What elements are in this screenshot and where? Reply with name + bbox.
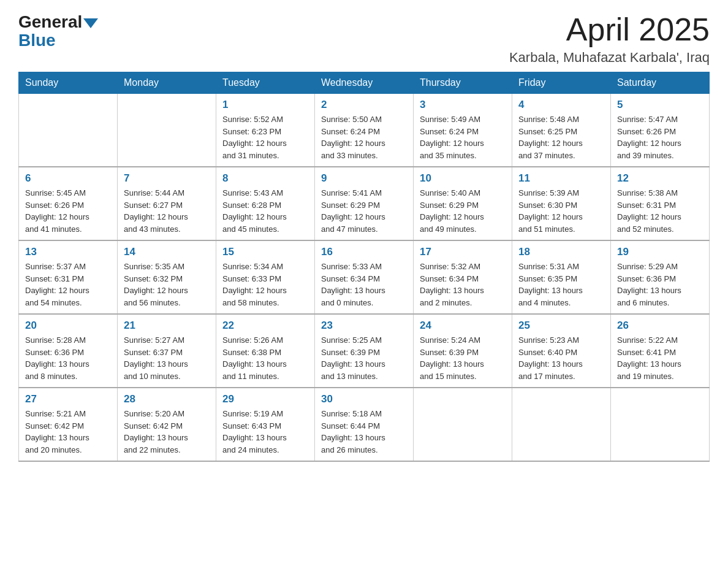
- day-number: 3: [420, 99, 506, 111]
- day-number: 28: [124, 393, 210, 405]
- day-header-sunday: Sunday: [19, 72, 118, 94]
- calendar-day: [611, 388, 710, 461]
- day-number: 26: [617, 320, 703, 332]
- day-number: 8: [222, 172, 308, 185]
- logo-blue-text: Blue: [18, 31, 56, 50]
- day-number: 5: [617, 99, 703, 111]
- day-info: Sunrise: 5:18 AM Sunset: 6:44 PM Dayligh…: [321, 408, 407, 456]
- calendar-day: 26Sunrise: 5:22 AM Sunset: 6:41 PM Dayli…: [611, 314, 710, 388]
- calendar-day: 7Sunrise: 5:44 AM Sunset: 6:27 PM Daylig…: [118, 167, 216, 240]
- day-info: Sunrise: 5:49 AM Sunset: 6:24 PM Dayligh…: [420, 113, 506, 161]
- calendar-day: 20Sunrise: 5:28 AM Sunset: 6:36 PM Dayli…: [19, 314, 118, 388]
- calendar-day: 2Sunrise: 5:50 AM Sunset: 6:24 PM Daylig…: [315, 94, 414, 167]
- day-header-friday: Friday: [512, 72, 611, 94]
- calendar-header-row: SundayMondayTuesdayWednesdayThursdayFrid…: [19, 72, 710, 94]
- day-number: 17: [420, 246, 506, 258]
- day-number: 29: [222, 393, 308, 405]
- calendar-day: 30Sunrise: 5:18 AM Sunset: 6:44 PM Dayli…: [315, 388, 414, 461]
- day-header-tuesday: Tuesday: [216, 72, 315, 94]
- calendar-day: 8Sunrise: 5:43 AM Sunset: 6:28 PM Daylig…: [216, 167, 315, 240]
- day-info: Sunrise: 5:45 AM Sunset: 6:26 PM Dayligh…: [25, 187, 111, 235]
- calendar-day: 3Sunrise: 5:49 AM Sunset: 6:24 PM Daylig…: [414, 94, 512, 167]
- title-block: April 2025 Karbala, Muhafazat Karbala', …: [509, 12, 710, 66]
- day-number: 23: [321, 320, 407, 332]
- day-number: 4: [518, 99, 604, 111]
- calendar-day: 16Sunrise: 5:33 AM Sunset: 6:34 PM Dayli…: [315, 240, 414, 314]
- calendar-day: 14Sunrise: 5:35 AM Sunset: 6:32 PM Dayli…: [118, 240, 216, 314]
- day-number: 2: [321, 99, 407, 111]
- month-title: April 2025: [509, 12, 710, 47]
- day-info: Sunrise: 5:34 AM Sunset: 6:33 PM Dayligh…: [222, 261, 308, 308]
- day-info: Sunrise: 5:40 AM Sunset: 6:29 PM Dayligh…: [420, 187, 506, 235]
- day-info: Sunrise: 5:20 AM Sunset: 6:42 PM Dayligh…: [124, 408, 210, 456]
- day-number: 30: [321, 393, 407, 405]
- calendar-day: 12Sunrise: 5:38 AM Sunset: 6:31 PM Dayli…: [611, 167, 710, 240]
- day-number: 12: [617, 172, 703, 185]
- day-number: 18: [518, 246, 604, 258]
- day-number: 21: [124, 320, 210, 332]
- day-info: Sunrise: 5:50 AM Sunset: 6:24 PM Dayligh…: [321, 113, 407, 161]
- day-info: Sunrise: 5:33 AM Sunset: 6:34 PM Dayligh…: [321, 261, 407, 308]
- calendar-week-1: 1Sunrise: 5:52 AM Sunset: 6:23 PM Daylig…: [19, 94, 710, 167]
- logo: General Blue: [18, 12, 98, 50]
- calendar-day: 15Sunrise: 5:34 AM Sunset: 6:33 PM Dayli…: [216, 240, 315, 314]
- calendar-day: [118, 94, 216, 167]
- calendar-day: 10Sunrise: 5:40 AM Sunset: 6:29 PM Dayli…: [414, 167, 512, 240]
- calendar-day: 5Sunrise: 5:47 AM Sunset: 6:26 PM Daylig…: [611, 94, 710, 167]
- day-info: Sunrise: 5:52 AM Sunset: 6:23 PM Dayligh…: [222, 113, 308, 161]
- day-info: Sunrise: 5:35 AM Sunset: 6:32 PM Dayligh…: [124, 261, 210, 308]
- day-number: 9: [321, 172, 407, 185]
- logo-general-text: General: [18, 12, 82, 32]
- day-header-thursday: Thursday: [414, 72, 512, 94]
- day-info: Sunrise: 5:27 AM Sunset: 6:37 PM Dayligh…: [124, 334, 210, 382]
- calendar-day: 19Sunrise: 5:29 AM Sunset: 6:36 PM Dayli…: [611, 240, 710, 314]
- day-number: 11: [518, 172, 604, 185]
- day-info: Sunrise: 5:23 AM Sunset: 6:40 PM Dayligh…: [518, 334, 604, 382]
- day-info: Sunrise: 5:21 AM Sunset: 6:42 PM Dayligh…: [25, 408, 111, 456]
- day-info: Sunrise: 5:41 AM Sunset: 6:29 PM Dayligh…: [321, 187, 407, 235]
- day-number: 15: [222, 246, 308, 258]
- day-info: Sunrise: 5:22 AM Sunset: 6:41 PM Dayligh…: [617, 334, 703, 382]
- day-number: 25: [518, 320, 604, 332]
- calendar-day: 11Sunrise: 5:39 AM Sunset: 6:30 PM Dayli…: [512, 167, 611, 240]
- day-info: Sunrise: 5:37 AM Sunset: 6:31 PM Dayligh…: [25, 261, 111, 308]
- day-number: 27: [25, 393, 111, 405]
- calendar-day: 21Sunrise: 5:27 AM Sunset: 6:37 PM Dayli…: [118, 314, 216, 388]
- calendar-day: 22Sunrise: 5:26 AM Sunset: 6:38 PM Dayli…: [216, 314, 315, 388]
- calendar-table: SundayMondayTuesdayWednesdayThursdayFrid…: [18, 72, 710, 462]
- day-info: Sunrise: 5:44 AM Sunset: 6:27 PM Dayligh…: [124, 187, 210, 235]
- day-info: Sunrise: 5:29 AM Sunset: 6:36 PM Dayligh…: [617, 261, 703, 308]
- day-number: 20: [25, 320, 111, 332]
- day-number: 1: [222, 99, 308, 111]
- day-number: 14: [124, 246, 210, 258]
- day-info: Sunrise: 5:39 AM Sunset: 6:30 PM Dayligh…: [518, 187, 604, 235]
- day-number: 24: [420, 320, 506, 332]
- day-info: Sunrise: 5:48 AM Sunset: 6:25 PM Dayligh…: [518, 113, 604, 161]
- calendar-week-5: 27Sunrise: 5:21 AM Sunset: 6:42 PM Dayli…: [19, 388, 710, 461]
- day-number: 19: [617, 246, 703, 258]
- calendar-week-4: 20Sunrise: 5:28 AM Sunset: 6:36 PM Dayli…: [19, 314, 710, 388]
- day-info: Sunrise: 5:26 AM Sunset: 6:38 PM Dayligh…: [222, 334, 308, 382]
- day-number: 7: [124, 172, 210, 185]
- day-info: Sunrise: 5:38 AM Sunset: 6:31 PM Dayligh…: [617, 187, 703, 235]
- logo-arrow-icon: [83, 18, 98, 28]
- calendar-day: 29Sunrise: 5:19 AM Sunset: 6:43 PM Dayli…: [216, 388, 315, 461]
- calendar-week-2: 6Sunrise: 5:45 AM Sunset: 6:26 PM Daylig…: [19, 167, 710, 240]
- day-header-wednesday: Wednesday: [315, 72, 414, 94]
- day-info: Sunrise: 5:31 AM Sunset: 6:35 PM Dayligh…: [518, 261, 604, 308]
- day-number: 10: [420, 172, 506, 185]
- calendar-day: 23Sunrise: 5:25 AM Sunset: 6:39 PM Dayli…: [315, 314, 414, 388]
- calendar-day: 18Sunrise: 5:31 AM Sunset: 6:35 PM Dayli…: [512, 240, 611, 314]
- calendar-day: 17Sunrise: 5:32 AM Sunset: 6:34 PM Dayli…: [414, 240, 512, 314]
- day-info: Sunrise: 5:19 AM Sunset: 6:43 PM Dayligh…: [222, 408, 308, 456]
- calendar-day: 4Sunrise: 5:48 AM Sunset: 6:25 PM Daylig…: [512, 94, 611, 167]
- day-info: Sunrise: 5:47 AM Sunset: 6:26 PM Dayligh…: [617, 113, 703, 161]
- calendar-day: [19, 94, 118, 167]
- day-header-saturday: Saturday: [611, 72, 710, 94]
- day-header-monday: Monday: [118, 72, 216, 94]
- location-title: Karbala, Muhafazat Karbala', Iraq: [509, 50, 710, 66]
- day-info: Sunrise: 5:32 AM Sunset: 6:34 PM Dayligh…: [420, 261, 506, 308]
- calendar-day: 24Sunrise: 5:24 AM Sunset: 6:39 PM Dayli…: [414, 314, 512, 388]
- calendar-day: 13Sunrise: 5:37 AM Sunset: 6:31 PM Dayli…: [19, 240, 118, 314]
- day-number: 6: [25, 172, 111, 185]
